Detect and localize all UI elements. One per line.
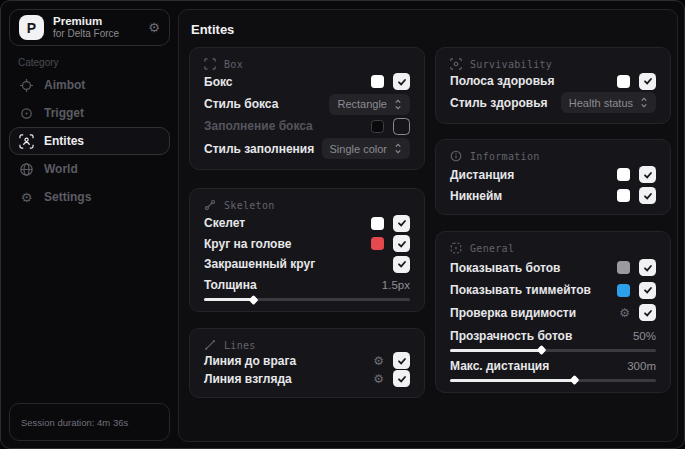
thickness-slider[interactable] <box>204 298 410 301</box>
slider-value: 1.5px <box>382 279 410 291</box>
session-duration-box: Session duration: 4m 36s <box>9 403 170 441</box>
checkbox-checked[interactable] <box>639 187 656 204</box>
updown-icon <box>394 99 402 110</box>
checkbox-checked[interactable] <box>393 352 410 369</box>
category-label: Category <box>18 57 59 68</box>
app-title: Premium <box>53 15 139 28</box>
sidebar-item-entites[interactable]: Entites <box>9 127 170 155</box>
gear-icon[interactable]: ⚙ <box>148 21 160 34</box>
setting-row-fill-style: Стиль заполнения Single color <box>204 138 410 159</box>
checkbox-checked[interactable] <box>393 370 410 387</box>
box-frame-icon <box>204 58 216 70</box>
color-swatch[interactable] <box>617 284 630 297</box>
checkbox-unchecked[interactable] <box>393 118 410 135</box>
setting-label: Полоса здоровья <box>450 74 554 88</box>
sidebar-item-world[interactable]: World <box>9 155 170 183</box>
slider-thumb[interactable] <box>249 295 259 305</box>
setting-label: Дистанция <box>450 168 514 182</box>
color-swatch[interactable] <box>371 237 384 250</box>
setting-row-view-line: Линия взгляда ⚙ <box>204 370 410 387</box>
target-icon <box>19 106 34 121</box>
skeleton-card-header: Skeleton <box>204 199 410 211</box>
slider-value: 50% <box>633 330 656 342</box>
grid-icon <box>450 242 462 254</box>
card-title: Skeleton <box>224 200 275 211</box>
checkbox-checked[interactable] <box>639 259 656 276</box>
color-swatch[interactable] <box>617 261 630 274</box>
color-swatch[interactable] <box>617 75 630 88</box>
survivability-card-header: Survivability <box>450 58 656 70</box>
check-icon <box>643 170 653 180</box>
bone-icon <box>204 199 216 211</box>
checkbox-checked[interactable] <box>639 166 656 183</box>
gear-icon[interactable]: ⚙ <box>373 373 384 385</box>
premium-header: P Premium for Delta Force ⚙ <box>9 9 170 46</box>
app-logo: P <box>19 15 44 40</box>
lines-card-header: Lines <box>204 339 410 351</box>
entity-scan-icon <box>19 134 34 149</box>
crosshair-icon <box>19 78 34 93</box>
health-style-select[interactable]: Health status <box>561 92 656 113</box>
setting-label: Толщина <box>204 278 257 292</box>
setting-label: Проверка видимости <box>450 306 576 320</box>
setting-label: Стиль заполнения <box>204 142 314 156</box>
sidebar-item-trigget[interactable]: Trigget <box>9 99 170 127</box>
page-title: Entites <box>191 22 234 37</box>
setting-label: Скелет <box>204 216 245 230</box>
color-swatch[interactable] <box>371 120 384 133</box>
general-card: General Показывать ботов Показывать тимм… <box>435 231 671 393</box>
check-icon <box>397 374 407 384</box>
checkbox-checked[interactable] <box>639 304 656 321</box>
check-icon <box>643 308 653 318</box>
sidebar-item-label: Trigget <box>44 106 84 120</box>
checkbox-checked[interactable] <box>639 282 656 299</box>
fill-style-select[interactable]: Single color <box>322 138 410 159</box>
setting-row-distance: Дистанция <box>450 166 656 183</box>
checkbox-checked[interactable] <box>393 73 410 90</box>
information-card-header: Information <box>450 150 656 162</box>
lines-card: Lines Линия до врага ⚙ Линия взгляда ⚙ <box>189 328 425 398</box>
gear-icon[interactable]: ⚙ <box>619 307 630 319</box>
sidebar-nav: Aimbot Trigget Entites <box>9 71 170 211</box>
app-subtitle: for Delta Force <box>53 28 139 40</box>
setting-row-box: Бокс <box>204 73 410 90</box>
main-panel: Entites Box Бокс <box>178 9 678 442</box>
app-window: P Premium for Delta Force ⚙ Category Aim… <box>0 0 685 449</box>
updown-icon <box>394 143 402 154</box>
setting-row-box-style: Стиль бокса Rectangle <box>204 94 410 115</box>
setting-row-show-bots: Показывать ботов <box>450 259 656 276</box>
checkbox-checked[interactable] <box>639 73 656 90</box>
information-card: Information Дистанция Никнейм <box>435 139 671 215</box>
color-swatch[interactable] <box>617 189 630 202</box>
globe-icon <box>19 162 34 177</box>
sidebar-item-settings[interactable]: ⚙ Settings <box>9 183 170 211</box>
card-title: Information <box>470 151 540 162</box>
checkbox-checked[interactable] <box>393 235 410 252</box>
setting-label: Макс. дистанция <box>450 359 549 373</box>
setting-row-nickname: Никнейм <box>450 187 656 204</box>
max-distance-slider[interactable] <box>450 379 656 382</box>
checkbox-checked[interactable] <box>393 215 410 232</box>
card-title: Lines <box>224 340 256 351</box>
color-swatch[interactable] <box>371 217 384 230</box>
checkbox-checked[interactable] <box>393 256 410 273</box>
box-style-select[interactable]: Rectangle <box>329 94 410 115</box>
card-title: Survivability <box>470 59 552 70</box>
setting-label: Стиль бокса <box>204 97 278 111</box>
select-value: Single color <box>330 143 387 155</box>
sidebar-item-aimbot[interactable]: Aimbot <box>9 71 170 99</box>
updown-icon <box>640 97 648 108</box>
setting-label: Никнейм <box>450 189 502 203</box>
session-duration-text: Session duration: 4m 36s <box>21 417 128 428</box>
slider-thumb[interactable] <box>569 376 579 386</box>
bots-opacity-slider[interactable] <box>450 349 656 352</box>
setting-label: Заполнение бокса <box>204 119 313 133</box>
color-swatch[interactable] <box>617 168 630 181</box>
check-icon <box>397 259 407 269</box>
skeleton-card: Skeleton Скелет Круг на голове <box>189 188 425 312</box>
slider-thumb[interactable] <box>536 345 546 355</box>
setting-label: Бокс <box>204 75 232 89</box>
color-swatch[interactable] <box>371 75 384 88</box>
gear-icon[interactable]: ⚙ <box>373 355 384 367</box>
setting-label: Показывать ботов <box>450 261 560 275</box>
